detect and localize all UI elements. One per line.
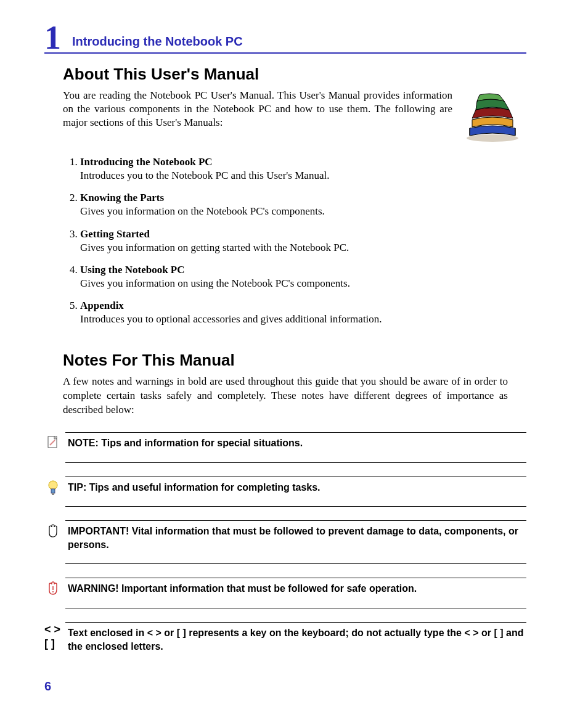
section-item-title: Getting Started bbox=[80, 228, 150, 240]
notes-section: Notes For This Manual A few notes and wa… bbox=[44, 351, 526, 657]
books-stack-icon bbox=[459, 89, 526, 147]
about-section: About This User's Manual You are reading… bbox=[44, 65, 526, 326]
section-item-desc: Gives you information on using the Noteb… bbox=[80, 277, 350, 289]
warning-hand-icon bbox=[44, 581, 62, 600]
note-row: < > [ ] Text enclosed in < > or [ ] repr… bbox=[44, 622, 526, 657]
list-item: Knowing the Parts Gives you information … bbox=[80, 191, 526, 218]
note-row: NOTE: Tips and information for special s… bbox=[44, 432, 526, 463]
note-row: TIP: Tips and useful information for com… bbox=[44, 477, 526, 507]
about-intro-text: You are reading the Notebook PC User's M… bbox=[63, 89, 452, 129]
document-page: 1 Introducing the Notebook PC About This… bbox=[0, 0, 588, 712]
section-item-title: Introducing the Notebook PC bbox=[80, 156, 213, 168]
list-item: Using the Notebook PC Gives you informat… bbox=[80, 263, 526, 290]
svg-point-2 bbox=[49, 481, 57, 489]
important-hand-icon bbox=[44, 523, 62, 543]
notes-intro-text: A few notes and warnings in bold are use… bbox=[63, 375, 508, 417]
section-item-desc: Introduces you to optional accessories a… bbox=[80, 313, 382, 325]
square-brackets-label: [ ] bbox=[44, 637, 55, 650]
note-text: NOTE: Tips and information for special s… bbox=[68, 438, 303, 448]
note-text: Text enclosed in < > or [ ] represents a… bbox=[68, 628, 523, 652]
page-number: 6 bbox=[44, 679, 51, 694]
chapter-header: 1 Introducing the Notebook PC bbox=[44, 25, 526, 54]
tip-bulb-icon bbox=[44, 480, 62, 502]
section-item-title: Knowing the Parts bbox=[80, 192, 164, 203]
angle-brackets-label: < > bbox=[44, 623, 60, 636]
note-text: WARNING! Important information that must… bbox=[68, 583, 417, 594]
note-text: TIP: Tips and useful information for com… bbox=[68, 482, 321, 493]
section-item-desc: Gives you information on getting started… bbox=[80, 242, 349, 253]
svg-point-0 bbox=[467, 134, 518, 142]
notes-heading: Notes For This Manual bbox=[63, 351, 526, 370]
note-page-icon bbox=[44, 435, 62, 452]
list-item: Getting Started Gives you information on… bbox=[80, 227, 526, 255]
sections-list: Introducing the Notebook PC Introduces y… bbox=[63, 155, 526, 326]
chapter-title: Introducing the Notebook PC bbox=[72, 35, 243, 51]
note-row: IMPORTANT! Vital information that must b… bbox=[44, 520, 526, 564]
section-item-title: Appendix bbox=[80, 300, 124, 311]
note-text: IMPORTANT! Vital information that must b… bbox=[68, 526, 518, 550]
section-item-desc: Gives you information on the Notebook PC… bbox=[80, 205, 325, 217]
list-item: Introducing the Notebook PC Introduces y… bbox=[80, 155, 526, 182]
chapter-number: 1 bbox=[44, 25, 61, 51]
note-row: WARNING! Important information that must… bbox=[44, 578, 526, 608]
svg-point-6 bbox=[52, 591, 54, 592]
section-item-desc: Introduces you to the Notebook PC and th… bbox=[80, 170, 329, 181]
svg-rect-4 bbox=[52, 493, 54, 495]
key-brackets-icon: < > [ ] bbox=[44, 623, 60, 652]
section-item-title: Using the Notebook PC bbox=[80, 264, 185, 276]
svg-rect-3 bbox=[51, 489, 55, 493]
about-heading: About This User's Manual bbox=[63, 65, 526, 84]
list-item: Appendix Introduces you to optional acce… bbox=[80, 299, 526, 326]
